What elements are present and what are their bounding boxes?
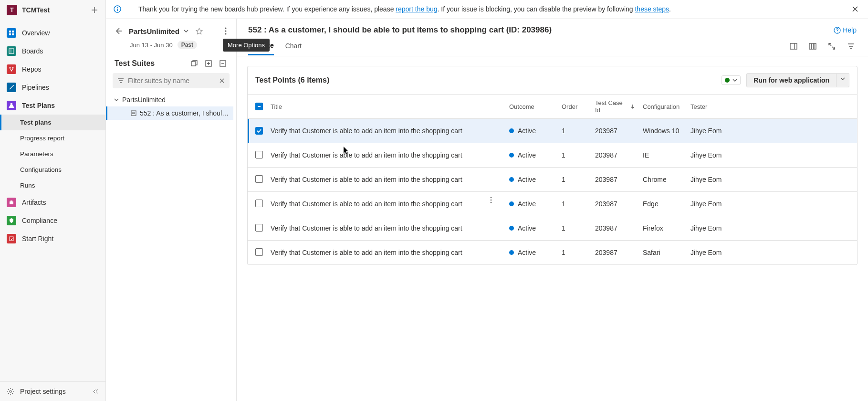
run-dropdown-button[interactable] <box>837 73 849 87</box>
nav-overview[interactable]: Overview <box>0 24 105 42</box>
col-title[interactable]: Title <box>267 95 486 119</box>
outcome-dot-icon <box>509 153 514 158</box>
nav-compliance[interactable]: Compliance <box>0 211 105 230</box>
banner-link-report-bug[interactable]: report the bug <box>396 5 437 13</box>
nav-artifacts[interactable]: Artifacts <box>0 193 105 211</box>
table-row[interactable]: Verify that Customer is able to add an i… <box>248 192 857 216</box>
preview-banner: Thank you for trying the new boards hub … <box>106 0 868 19</box>
row-checkbox[interactable] <box>255 151 263 158</box>
nav-start-right[interactable]: Start Right <box>0 230 105 248</box>
favorite-button[interactable] <box>196 28 203 35</box>
svg-point-45 <box>491 202 492 203</box>
col-test-case-id[interactable]: Test Case Id <box>591 95 639 119</box>
col-order[interactable]: Order <box>558 95 591 119</box>
cell-outcome: Active <box>509 200 554 208</box>
table-row[interactable]: Verify that Customer is able to add an i… <box>248 168 857 192</box>
start-right-icon <box>7 234 16 243</box>
table-row[interactable]: Verify that Customer is able to add an i… <box>248 143 857 168</box>
run-web-app-button[interactable]: Run for web application <box>746 73 837 87</box>
svg-rect-31 <box>812 43 814 49</box>
row-checkbox[interactable] <box>255 224 263 232</box>
filter-toggle-button[interactable] <box>845 41 857 52</box>
banner-link-steps[interactable]: these steps <box>635 5 669 13</box>
subnav-runs[interactable]: Runs <box>0 178 105 193</box>
table-row[interactable]: Verify that Customer is able to add an i… <box>248 216 857 241</box>
collapse-nav-icon[interactable] <box>92 388 99 395</box>
toggle-side-panel-button[interactable] <box>788 41 799 52</box>
subnav-test-plans[interactable]: Test plans <box>0 115 105 130</box>
expand-suites-icon[interactable] <box>189 59 199 68</box>
chevron-down-icon[interactable] <box>114 97 119 103</box>
back-button[interactable] <box>115 27 122 35</box>
project-settings-label: Project settings <box>20 388 66 395</box>
cell-tcid: 203987 <box>591 241 639 265</box>
plan-date-range: Jun 13 - Jun 30 <box>130 42 173 49</box>
filter-suites-input-wrap[interactable] <box>113 73 230 88</box>
cell-title: Verify that Customer is able to add an i… <box>267 119 486 143</box>
clear-filter-icon[interactable] <box>219 78 225 84</box>
svg-rect-30 <box>809 43 811 49</box>
sort-desc-icon <box>630 104 635 109</box>
suite-root[interactable]: PartsUnlimited <box>109 93 233 106</box>
cell-tcid: 203987 <box>591 192 639 216</box>
cell-order: 1 <box>558 216 591 241</box>
more-options-button[interactable]: More Options <box>223 25 229 37</box>
filter-suites-input[interactable] <box>128 77 215 84</box>
subnav-runs-label: Runs <box>20 182 35 189</box>
main-content: 552 : As a customer, I should be able to… <box>237 19 868 401</box>
suite-child-552[interactable]: 552 : As a customer, I shoul... .. <box>106 106 233 120</box>
tab-chart[interactable]: Chart <box>285 42 302 54</box>
table-row[interactable]: Verify that Customer is able to add an i… <box>248 119 857 143</box>
add-suite-icon[interactable] <box>204 59 213 68</box>
row-checkbox[interactable] <box>255 127 263 135</box>
filter-icon <box>117 77 124 84</box>
row-more-button[interactable] <box>490 197 502 211</box>
table-row[interactable]: Verify that Customer is able to add an i… <box>248 241 857 265</box>
plan-name[interactable]: PartsUnlimited <box>129 27 179 35</box>
new-item-button[interactable] <box>90 6 99 14</box>
subnav-progress-label: Progress report <box>20 135 64 142</box>
cell-config: Safari <box>639 241 687 265</box>
nav-pipelines[interactable]: Pipelines <box>0 78 105 96</box>
outcome-filter-dropdown[interactable] <box>722 75 741 85</box>
cell-outcome: Active <box>509 224 554 232</box>
fullscreen-button[interactable] <box>826 41 837 52</box>
subnav-configurations[interactable]: Configurations <box>0 162 105 178</box>
project-settings[interactable]: Project settings <box>0 382 105 401</box>
row-checkbox[interactable] <box>255 175 263 183</box>
status-dot-icon <box>725 78 730 83</box>
nav-repos[interactable]: Repos <box>0 60 105 78</box>
cell-tcid: 203987 <box>591 119 639 143</box>
select-all-checkbox[interactable] <box>255 103 263 110</box>
test-points-table: Title Outcome Order Test Case Id Configu… <box>248 95 857 265</box>
row-checkbox[interactable] <box>255 200 263 207</box>
suites-section-title: Test Suites <box>115 59 185 68</box>
cell-config: Edge <box>639 192 687 216</box>
cell-tester: Jihye Eom <box>687 216 857 241</box>
subnav-progress[interactable]: Progress report <box>0 130 105 146</box>
svg-rect-4 <box>9 49 14 53</box>
nav-boards[interactable]: Boards <box>0 42 105 60</box>
more-options-tooltip: More Options <box>223 39 270 52</box>
row-checkbox[interactable] <box>255 248 263 256</box>
plan-dropdown-icon[interactable] <box>183 28 189 34</box>
boards-icon <box>7 46 16 56</box>
nav-test-plans[interactable]: Test Plans <box>0 96 105 115</box>
cell-order: 1 <box>558 119 591 143</box>
column-options-button[interactable] <box>807 41 818 52</box>
outcome-dot-icon <box>509 201 514 206</box>
cell-title: Verify that Customer is able to add an i… <box>267 192 486 216</box>
overview-icon <box>7 28 16 38</box>
col-tester[interactable]: Tester <box>687 95 857 119</box>
col-configuration[interactable]: Configuration <box>639 95 687 119</box>
test-points-title: Test Points (6 items) <box>255 76 716 84</box>
col-outcome[interactable]: Outcome <box>505 95 558 119</box>
banner-close-button[interactable] <box>850 4 860 14</box>
svg-rect-23 <box>131 111 136 116</box>
export-suite-icon[interactable] <box>218 59 228 68</box>
subnav-parameters[interactable]: Parameters <box>0 146 105 162</box>
nav-repos-label: Repos <box>22 65 41 73</box>
help-link[interactable]: Help <box>834 26 857 34</box>
svg-rect-15 <box>117 9 118 11</box>
suite-child-label: 552 : As a customer, I shoul... .. <box>140 109 229 117</box>
